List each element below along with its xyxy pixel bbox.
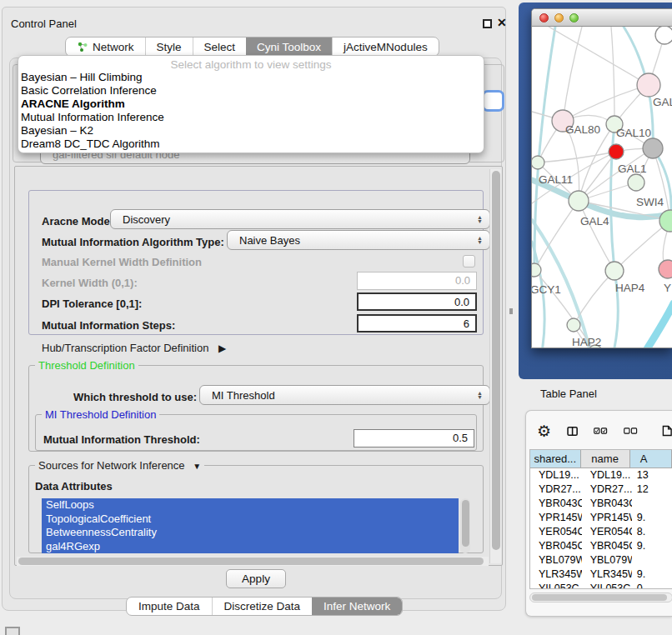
table-cell: YER054C [530, 525, 582, 539]
network-canvas[interactable]: GALGAL80GAL10GAL1GAL11SWI4GAL4GCY1HAP4YH… [532, 27, 672, 348]
cyni-algorithm-settings-panel: Aracne Mode: Discovery ▲▼ Mutual Informa… [14, 166, 503, 566]
node-label-gal1: GAL1 [618, 162, 647, 175]
select-all-checkboxes-icon[interactable] [594, 426, 608, 436]
node-hap4[interactable] [605, 262, 624, 280]
settings-vertical-scrollbar[interactable] [489, 169, 501, 563]
algorithm-dropdown-popup: Select algorithm to view settings Bayesi… [18, 55, 484, 153]
stepper-arrows-icon: ▲▼ [477, 391, 483, 399]
minimize-traffic-light-icon[interactable] [554, 13, 564, 22]
algorithm-option-basic-correlation-inference[interactable]: Basic Correlation Inference [18, 84, 484, 98]
scrollbar-thumb[interactable] [18, 558, 484, 565]
mi-type-value: Naive Bayes [239, 234, 300, 247]
mi-type-combo[interactable]: Naive Bayes ▲▼ [227, 230, 490, 250]
column-header-name[interactable]: name [581, 450, 630, 468]
node-gal-pink[interactable] [637, 73, 660, 97]
bottom-left-widget[interactable] [5, 627, 20, 635]
tab-infer-network[interactable]: Infer Network [312, 598, 402, 615]
table-row[interactable]: YBR043CYBR043C [530, 497, 672, 511]
network-icon [77, 41, 88, 52]
new-table-icon[interactable] [662, 422, 672, 439]
attribute-list-scrollbar[interactable] [460, 498, 470, 553]
table-cell: 9. [632, 568, 672, 582]
tab-impute-data[interactable]: Impute Data [127, 598, 212, 615]
node-red-node[interactable] [609, 144, 624, 159]
node-label-gal80: GAL80 [565, 123, 600, 136]
table-row[interactable]: YIL053CYIL053C0 [530, 582, 672, 589]
node-gal4[interactable] [569, 191, 589, 211]
settings-horizontal-scrollbar[interactable] [17, 557, 489, 566]
tab-discretize-data[interactable]: Discretize Data [212, 598, 313, 615]
table-cell: YBR045C [582, 539, 632, 553]
table-cell: 9. [632, 539, 672, 553]
attribute-item-topologicalcoefficient[interactable]: TopologicalCoefficient [42, 512, 459, 527]
focused-spinner-fragment[interactable] [482, 90, 504, 112]
node-label-hap2: HAP2 [572, 336, 601, 348]
attribute-item-betweennesscentrality[interactable]: BetweennessCentrality [42, 526, 459, 540]
table-cell: YLR345W [530, 568, 582, 582]
close-icon[interactable]: ✕ [497, 16, 507, 29]
table-cell [632, 497, 672, 511]
kernel-width-label: Kernel Width (0,1): [42, 277, 138, 289]
column-header-a[interactable]: A [630, 450, 672, 468]
data-attributes-list[interactable]: SelfLoopsTopologicalCoefficientBetweenne… [42, 498, 459, 553]
tab-style[interactable]: Style [145, 38, 193, 56]
algorithm-option-dream8-dc-tdc-algorithm[interactable]: Dream8 DC_TDC Algorithm [18, 138, 484, 151]
table-row[interactable]: YDR27...YDR27...12 [530, 482, 672, 497]
algorithm-option-aracne-algorithm[interactable]: ARACNE Algorithm [18, 98, 484, 111]
deselect-all-checkboxes-icon[interactable] [624, 426, 638, 436]
tab-jactivemnodules[interactable]: jActiveMNodules [332, 38, 439, 56]
float-window-icon[interactable] [483, 19, 492, 28]
scrollbar-thumb[interactable] [492, 171, 500, 550]
zoom-traffic-light-icon[interactable] [569, 13, 579, 22]
sources-group-title[interactable]: Sources for Network Inference ▼ [35, 459, 204, 472]
column-layout-icon[interactable] [567, 424, 578, 438]
scrollbar-thumb[interactable] [462, 500, 469, 547]
attribute-item-selfloops[interactable]: SelfLoops [42, 498, 459, 512]
table-horizontal-scrollbar[interactable] [529, 592, 672, 602]
table-row[interactable]: YLR345WYLR345W9. [530, 568, 672, 582]
tab-select[interactable]: Select [193, 38, 247, 56]
threshold-definition-title: Threshold Definition [35, 359, 138, 372]
node-y-pink[interactable] [659, 260, 672, 278]
node-gal11[interactable] [532, 156, 544, 169]
table-cell: YLR345W [582, 568, 632, 582]
network-window-titlebar[interactable] [532, 9, 672, 27]
column-header-shared[interactable]: shared... [530, 450, 581, 468]
gear-icon[interactable]: ⚙ [537, 423, 551, 439]
node-gcy1[interactable] [532, 263, 541, 277]
node-gal1[interactable] [628, 174, 644, 191]
split-pane-handle[interactable] [509, 308, 513, 314]
attribute-item-gal4rgexp[interactable]: gal4RGexp [42, 540, 459, 554]
algorithm-option-bayesian-hill-climbing[interactable]: Bayesian – Hill Climbing [18, 71, 484, 84]
node-hap2[interactable] [567, 318, 580, 332]
close-traffic-light-icon[interactable] [539, 13, 549, 22]
tab-network[interactable]: Network [66, 38, 145, 56]
aracne-mode-combo[interactable]: Discovery ▲▼ [110, 209, 490, 229]
which-threshold-value: MI Threshold [212, 389, 275, 402]
table-row[interactable]: YDL19...YDL19...13 [530, 468, 672, 482]
tab-cyni-toolbox[interactable]: Cyni Toolbox [246, 38, 332, 56]
table-cell: YBL079W [530, 553, 582, 568]
table-row[interactable]: YPR145WYPR145W9. [530, 511, 672, 525]
node-gray-node[interactable] [643, 138, 663, 158]
stepper-arrows-icon: ▲▼ [477, 215, 483, 223]
dpi-tolerance-field[interactable]: 0.0 [357, 292, 477, 311]
which-threshold-combo[interactable]: MI Threshold ▲▼ [199, 385, 490, 405]
table-cell: YER054C [582, 525, 632, 539]
node-top-outline[interactable] [655, 27, 672, 44]
scrollbar-thumb[interactable] [532, 594, 667, 601]
table-row[interactable]: YER054CYER054C8. [530, 525, 672, 539]
hub-definition-toggle[interactable]: Hub/Transcription Factor Definition ▶ [42, 342, 226, 354]
chevron-down-icon: ▼ [193, 462, 201, 471]
table-row[interactable]: YBL079WYBL079W [530, 553, 672, 568]
network-edge [645, 303, 672, 348]
mi-steps-field[interactable]: 6 [357, 314, 477, 332]
mi-threshold-field[interactable]: 0.5 [354, 429, 474, 448]
apply-button[interactable]: Apply [226, 569, 286, 588]
table-row[interactable]: YBR045CYBR045C9. [530, 539, 672, 553]
tab-label: jActiveMNodules [344, 41, 428, 53]
manual-kernel-checkbox[interactable] [463, 255, 475, 268]
algorithm-option-mutual-information-inference[interactable]: Mutual Information Inference [18, 111, 484, 124]
algorithm-option-bayesian-k2[interactable]: Bayesian – K2 [18, 124, 484, 138]
table-cell: YPR145W [582, 511, 632, 525]
